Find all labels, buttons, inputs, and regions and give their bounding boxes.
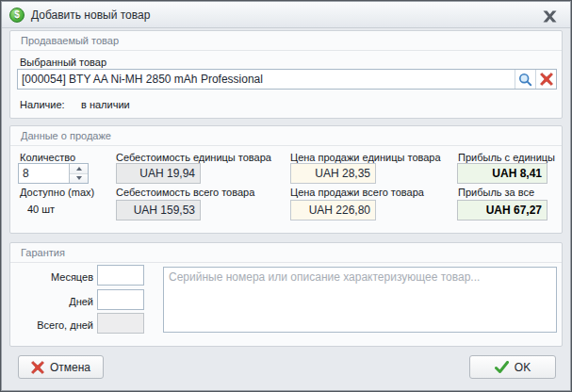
group-warranty-title: Гарантия bbox=[10, 243, 562, 263]
group-warranty: Гарантия Месяцев Дней Всего, дней bbox=[9, 242, 563, 347]
ok-check-icon bbox=[495, 361, 509, 373]
total-profit-field: UAH 67,27 bbox=[457, 200, 547, 220]
selected-product-label: Выбранный товар bbox=[20, 57, 106, 68]
group-product: Продаваемый товар Выбранный товар Наличи… bbox=[9, 30, 563, 119]
dialog-add-product: $ Добавить новый товар Продаваемый товар… bbox=[0, 0, 572, 392]
search-icon[interactable] bbox=[515, 70, 535, 89]
total-profit-label: Прибыль за все bbox=[458, 187, 534, 198]
unit-cost-label: Себестоимость единицы товара bbox=[116, 152, 271, 163]
title-bar: $ Добавить новый товар bbox=[2, 2, 570, 28]
days-input[interactable] bbox=[97, 289, 144, 310]
days-label: Дней bbox=[10, 296, 93, 307]
group-sale-title: Данные о продаже bbox=[10, 126, 562, 146]
total-price-label: Цена продажи всего товара bbox=[290, 187, 424, 198]
cancel-x-icon bbox=[31, 361, 44, 374]
unit-price-field[interactable]: UAH 28,35 bbox=[290, 163, 376, 184]
unit-cost-field: UAH 19,94 bbox=[116, 163, 201, 184]
unit-profit-field: UAH 8,41 bbox=[457, 163, 547, 184]
cancel-button[interactable]: Отмена bbox=[18, 355, 104, 379]
total-price-field[interactable]: UAH 226,80 bbox=[290, 200, 376, 220]
cancel-button-label: Отмена bbox=[50, 361, 90, 374]
clear-icon[interactable] bbox=[535, 70, 556, 89]
money-icon: $ bbox=[9, 8, 25, 23]
group-sale: Данные о продаже Количество Себестоимост… bbox=[9, 125, 563, 234]
product-lookup-field bbox=[17, 69, 557, 90]
spin-down-icon[interactable] bbox=[70, 174, 88, 184]
total-cost-label: Себестоимость всего товара bbox=[116, 187, 254, 198]
unit-profit-label: Прибыль с единицы bbox=[458, 152, 555, 163]
product-input[interactable] bbox=[18, 70, 515, 89]
quantity-input[interactable] bbox=[19, 164, 69, 183]
total-days-field bbox=[97, 313, 144, 334]
unit-price-label: Цена продажи единицы товара bbox=[290, 152, 441, 163]
total-cost-field: UAH 159,53 bbox=[116, 200, 201, 220]
availability-value: в наличии bbox=[81, 99, 130, 110]
serial-numbers-textarea[interactable] bbox=[163, 267, 557, 333]
months-label: Месяцев bbox=[10, 271, 93, 283]
total-days-label: Всего, дней bbox=[10, 319, 93, 331]
months-input[interactable] bbox=[97, 265, 144, 286]
group-product-title: Продаваемый товар bbox=[10, 31, 562, 51]
ok-button-label: OK bbox=[515, 361, 531, 374]
available-label: Доступно (max) bbox=[20, 187, 94, 198]
quantity-stepper bbox=[18, 163, 89, 184]
available-value: 40 шт bbox=[27, 204, 55, 215]
availability-label: Наличие: bbox=[20, 99, 65, 110]
close-icon[interactable] bbox=[541, 8, 558, 24]
spin-up-icon[interactable] bbox=[70, 164, 88, 174]
quantity-label: Количество bbox=[20, 152, 75, 163]
ok-button[interactable]: OK bbox=[469, 355, 556, 379]
window-title: Добавить новый товар bbox=[31, 8, 150, 22]
